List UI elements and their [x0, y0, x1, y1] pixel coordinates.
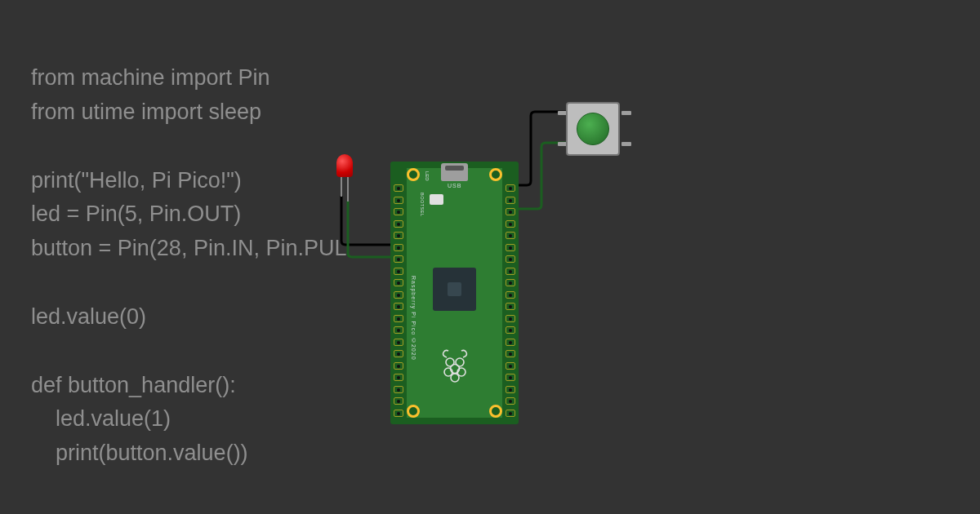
pin-hole[interactable]	[506, 232, 515, 239]
code-line: led.value(1)	[31, 406, 171, 431]
pin-hole[interactable]	[394, 350, 403, 357]
mount-hole-icon	[489, 405, 502, 418]
pin-hole[interactable]	[394, 208, 403, 215]
pin-hole[interactable]	[394, 291, 403, 299]
button-leg	[621, 142, 631, 146]
code-line: def button_handler():	[31, 373, 236, 397]
pin-hole[interactable]	[506, 410, 515, 417]
pin-hole[interactable]	[506, 397, 515, 405]
pin-row-right	[506, 184, 515, 417]
mount-hole-icon	[407, 405, 420, 418]
bootsel-label: BOOTSEL	[420, 193, 425, 216]
wires-layer	[327, 98, 719, 424]
circuit-diagram[interactable]: USB LED BOOTSEL Raspberry Pi Pico ©2020	[327, 98, 719, 424]
pin-hole[interactable]	[394, 184, 403, 192]
pin-hole[interactable]	[394, 374, 403, 381]
pin-hole[interactable]	[506, 303, 515, 310]
pin-hole[interactable]	[506, 291, 515, 299]
button-leg	[621, 111, 631, 115]
mount-hole-icon	[489, 168, 502, 181]
pin-hole[interactable]	[506, 374, 515, 381]
pin-hole[interactable]	[506, 326, 515, 334]
board-copyright: Raspberry Pi Pico ©2020	[411, 276, 416, 361]
pin-hole[interactable]	[394, 326, 403, 334]
pin-hole[interactable]	[506, 386, 515, 393]
code-line: button = Pin(28, Pin.IN, Pin.PUL	[31, 236, 346, 260]
code-line: print("Hello, Pi Pico!")	[31, 168, 242, 193]
pin-hole[interactable]	[506, 315, 515, 322]
led-cathode-leg	[341, 175, 342, 197]
led-component[interactable]	[332, 154, 357, 202]
led-anode-leg	[347, 175, 349, 202]
pin-hole[interactable]	[506, 244, 515, 251]
pin-row-left	[394, 184, 403, 417]
code-line: led = Pin(5, Pin.OUT)	[31, 202, 241, 226]
usb-label: USB	[448, 183, 461, 188]
pin-hole[interactable]	[394, 279, 403, 286]
pin-hole[interactable]	[394, 362, 403, 370]
pin-hole[interactable]	[394, 268, 403, 275]
led-bulb-icon	[336, 154, 353, 177]
led-label: LED	[425, 171, 430, 181]
wire-black-led	[341, 196, 394, 245]
pin-hole[interactable]	[506, 184, 515, 192]
code-editor[interactable]: from machine import Pin from utime impor…	[31, 61, 346, 471]
pin-hole[interactable]	[394, 315, 403, 322]
raspberry-logo-icon	[439, 348, 471, 385]
mount-hole-icon	[407, 168, 420, 181]
pin-hole[interactable]	[394, 244, 403, 251]
bootsel-button[interactable]	[430, 194, 443, 205]
pin-hole[interactable]	[394, 410, 403, 417]
pi-pico-board[interactable]: USB LED BOOTSEL Raspberry Pi Pico ©2020	[390, 162, 519, 424]
usb-connector-icon	[441, 163, 468, 181]
wire-green-led	[348, 201, 394, 257]
svg-point-5	[451, 374, 459, 382]
pushbutton-component[interactable]	[558, 98, 631, 163]
pin-hole[interactable]	[394, 197, 403, 204]
pin-hole[interactable]	[394, 386, 403, 393]
rp2040-chip-icon	[433, 268, 476, 311]
pin-hole[interactable]	[394, 303, 403, 310]
pin-hole[interactable]	[506, 350, 515, 357]
pin-hole[interactable]	[506, 279, 515, 286]
pin-hole[interactable]	[394, 255, 403, 263]
button-cap-icon[interactable]	[577, 113, 609, 145]
pin-hole[interactable]	[506, 255, 515, 263]
code-line: from utime import sleep	[31, 100, 261, 124]
code-line: print(button.value())	[31, 441, 248, 465]
pin-hole[interactable]	[394, 339, 403, 346]
pin-hole[interactable]	[506, 220, 515, 228]
pin-hole[interactable]	[506, 339, 515, 346]
pin-hole[interactable]	[506, 362, 515, 370]
code-line: led.value(0)	[31, 304, 146, 329]
pin-hole[interactable]	[506, 268, 515, 275]
pin-hole[interactable]	[394, 232, 403, 239]
pin-hole[interactable]	[394, 397, 403, 405]
pin-hole[interactable]	[394, 220, 403, 228]
code-line: from machine import Pin	[31, 65, 270, 90]
pin-hole[interactable]	[506, 208, 515, 215]
pin-hole[interactable]	[506, 197, 515, 204]
